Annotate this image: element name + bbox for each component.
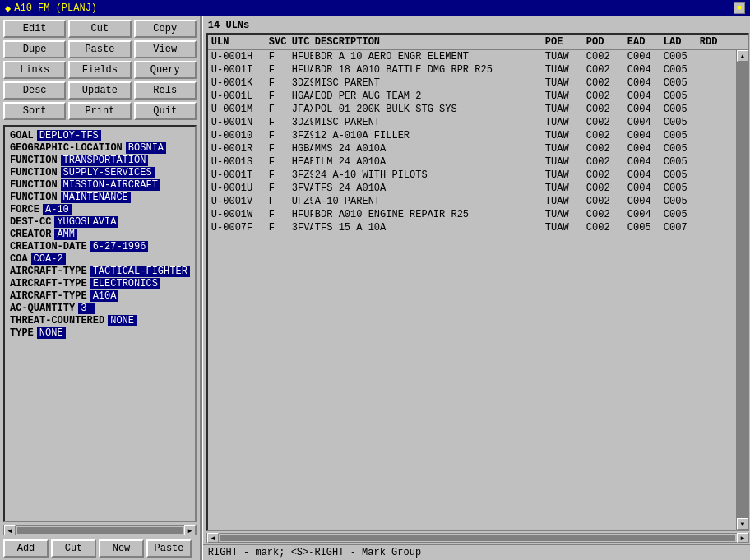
table-cell: C004 — [626, 155, 662, 169]
table-cell: U-0001W — [210, 208, 267, 221]
attr-line: CREATORAMM — [10, 229, 190, 240]
table-row[interactable]: U-0001VFUFZ99A-10 PARENTTUAWC002C004C005 — [208, 195, 736, 208]
table-row[interactable]: U-0001SFHEABAILM 24 A010ATUAWC002C004C00… — [208, 155, 736, 169]
attr-key: AIRCRAFT-TYPE — [10, 290, 87, 302]
attr-key: AIRCRAFT-TYPE — [10, 278, 87, 289]
table-row[interactable]: U-0001TF3FZ9924 A-10 WITH PILOTSTUAWC002… — [208, 169, 736, 182]
right-scrollbar: ◄ ► — [206, 533, 749, 543]
table-cell: 3FVAA — [290, 182, 313, 195]
right-scroll-track[interactable] — [220, 535, 735, 541]
table-row[interactable]: U-0001LFHGAA3EOD PER AUG TEAM 2TUAWC002C… — [208, 90, 736, 103]
attr-line: GEOGRAPHIC-LOCATIONBOSNIA — [10, 142, 190, 154]
attr-value: TRANSPORTATION — [61, 155, 149, 166]
attr-value: MISSION-AIRCRAFT — [61, 179, 160, 191]
attr-line: DEST-CCYUGOSLAVIA — [10, 216, 190, 228]
table-row[interactable]: U-0001MFJFAXCPOL 01 200K BULK STG SYSTUA… — [208, 103, 736, 116]
update-button[interactable]: Update — [68, 81, 131, 100]
copy-button[interactable]: Copy — [134, 20, 197, 38]
attr-value: ELECTRONICS — [90, 278, 160, 289]
table-row[interactable]: U-0007FF3FVABTFS 15 A 10ATUAWC002C005C00… — [208, 221, 736, 234]
table-cell: U-00010 — [210, 129, 267, 142]
table-cell: C004 — [626, 182, 662, 195]
attr-value: A10A — [90, 290, 119, 302]
table-cell — [698, 182, 734, 195]
left-scroll-left[interactable]: ◄ — [4, 525, 16, 535]
table-cell: C002 — [585, 142, 626, 155]
left-scroll-track[interactable] — [17, 527, 183, 534]
left-scroll-right[interactable]: ► — [184, 525, 196, 535]
table-cell: HGAA3 — [290, 90, 313, 103]
table-cell: HFUA2 — [290, 63, 313, 76]
toolbar: EditCutCopyDupePasteViewLinksFieldsQuery… — [0, 16, 200, 123]
new-button[interactable]: New — [99, 539, 144, 558]
table-body: U-0001HFHFUE2BDR A 10 AERO ENGR ELEMENTT… — [208, 50, 736, 530]
table-cell: HFUE2 — [290, 50, 313, 63]
attr-line: GOALDEPLOY-TFS — [10, 130, 190, 141]
attr-value: AMM — [54, 229, 77, 240]
table-row[interactable]: U-0001WFHFUF2BDR A010 ENGINE REPAIR R25T… — [208, 208, 736, 221]
vscroll-up[interactable]: ▲ — [737, 50, 748, 62]
edit-button[interactable]: Edit — [3, 20, 66, 38]
table-cell: F — [267, 76, 290, 90]
paste-button[interactable]: Paste — [68, 40, 131, 58]
table-cell: C004 — [626, 103, 662, 116]
right-scroll-right[interactable]: ► — [737, 533, 748, 543]
print-button[interactable]: Print — [68, 102, 131, 120]
add-button[interactable]: Add — [3, 539, 49, 558]
vscroll-down[interactable]: ▼ — [737, 518, 748, 530]
table-cell: TUAW — [544, 155, 585, 169]
table-cell: UFZ99 — [290, 195, 313, 208]
links-button[interactable]: Links — [3, 61, 66, 79]
attr-key: FUNCTION — [10, 155, 58, 166]
attr-line: AC-QUANTITY3 — [10, 303, 190, 314]
table-cell: U-0001U — [210, 182, 267, 195]
table-row[interactable]: U-00010F3FZ9912 A-010A FILLERTUAWC002C00… — [208, 129, 736, 142]
table-cell: A-10 PARENT — [313, 195, 544, 208]
table-cell: C005 — [662, 142, 698, 155]
left-scrollbar: ◄ ► — [3, 525, 197, 535]
attr-value: DEPLOY-TFS — [37, 130, 101, 141]
table-cell: C002 — [585, 221, 626, 234]
table-cell: F — [267, 50, 290, 63]
right-scroll-left[interactable]: ◄ — [207, 533, 219, 543]
attr-key: DEST-CC — [10, 216, 51, 228]
table-cell: C002 — [585, 129, 626, 142]
attr-line: AIRCRAFT-TYPEELECTRONICS — [10, 278, 190, 289]
vscroll-track[interactable] — [737, 62, 748, 518]
rels-button[interactable]: Rels — [134, 81, 197, 100]
desc-button[interactable]: Desc — [3, 81, 66, 100]
fields-button[interactable]: Fields — [68, 61, 131, 79]
attr-value: TACTICAL-FIGHTER — [90, 266, 190, 277]
table-cell: C005 — [662, 169, 698, 182]
close-button[interactable]: ■ — [734, 2, 745, 14]
table-cell — [698, 90, 734, 103]
table-row[interactable]: U-0001IFHFUA2BDR 18 A010 BATTLE DMG RPR … — [208, 63, 736, 76]
attr-value: BOSNIA — [126, 142, 166, 154]
table-cell: C002 — [585, 63, 626, 76]
attr-line: FUNCTIONMAINTENANCE — [10, 192, 190, 203]
table-cell: C005 — [662, 50, 698, 63]
view-button[interactable]: View — [134, 40, 197, 58]
query-button[interactable]: Query — [134, 61, 197, 79]
table-cell: C004 — [626, 129, 662, 142]
cut-button-bottom[interactable]: Cut — [51, 539, 96, 558]
table-row[interactable]: U-0001HFHFUE2BDR A 10 AERO ENGR ELEMENTT… — [208, 50, 736, 63]
cut-button-top[interactable]: Cut — [68, 20, 131, 38]
table-row[interactable]: U-0001KF3DZ99MISC PARENTTUAWC002C004C005 — [208, 76, 736, 90]
sort-button[interactable]: Sort — [3, 102, 66, 120]
table-row[interactable]: U-0001UF3FVAATFS 24 A010ATUAWC002C004C00… — [208, 182, 736, 195]
table-cell: HGBAA — [290, 142, 313, 155]
table-cell: BDR A 10 AERO ENGR ELEMENT — [313, 50, 544, 63]
quit-button[interactable]: Quit — [134, 102, 197, 120]
paste-bottom-button[interactable]: Paste — [146, 539, 192, 558]
table-cell: 24 A-10 WITH PILOTS — [313, 169, 544, 182]
table-cell — [698, 195, 734, 208]
table-row[interactable]: U-0001NF3DZ99MISC PARENTTUAWC002C004C005 — [208, 116, 736, 129]
table-cell: C005 — [662, 182, 698, 195]
table-row[interactable]: U-0001RFHGBAAMMS 24 A010ATUAWC002C004C00… — [208, 142, 736, 155]
table-cell: HEABA — [290, 155, 313, 169]
col-lad: LAD — [662, 35, 698, 49]
dupe-button[interactable]: Dupe — [3, 40, 66, 58]
window-title: A10 FM (PLANJ) — [14, 2, 97, 14]
table-cell: F — [267, 90, 290, 103]
